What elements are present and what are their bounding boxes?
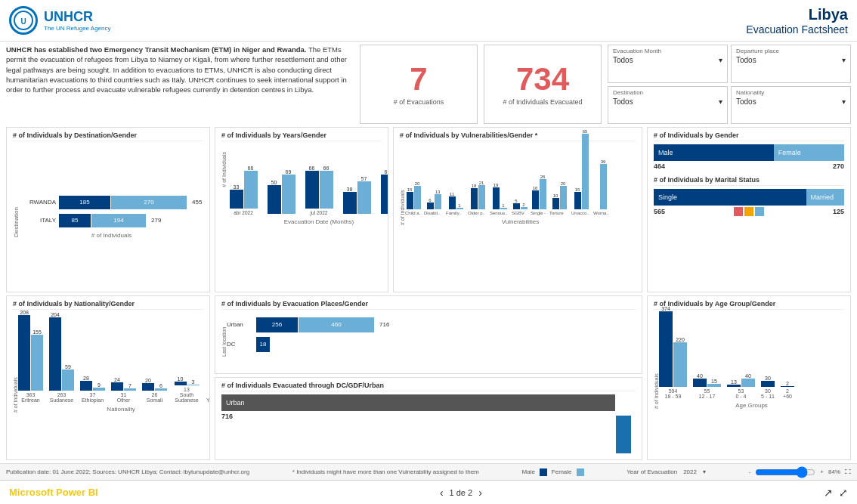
italy-label: ITALY (20, 217, 56, 224)
fullscreen-icon[interactable]: ⤢ (839, 487, 848, 499)
age-5-11: 30 30 5 - 11 (761, 376, 775, 399)
year-group-1-bars: 33 66 (230, 165, 258, 209)
nav-prev-button[interactable]: ‹ (440, 487, 444, 499)
vuln-tort-female: 20 (560, 181, 567, 209)
age-5-label: 5 - 11 (761, 394, 775, 399)
zoom-minus-button[interactable]: - (749, 468, 751, 475)
dest-gender-title: # of Individuals by Destination/Gender (13, 131, 203, 141)
female-legend-color (577, 468, 584, 476)
nat-som-female: 6 (155, 383, 167, 391)
zoom-plus-button[interactable]: + (820, 468, 824, 475)
marital-color-2 (744, 207, 753, 216)
dest-gender-panel: # of Individuals by Destination/Gender D… (6, 127, 210, 292)
nat-erit-total: 363 (26, 392, 36, 397)
vuln-sgbv-male: 5 (513, 199, 520, 209)
year-group-3-bars: 66 66 (305, 165, 333, 209)
dcgdf-side-bar (616, 416, 631, 453)
nat-bars: 208 155 363 Eritrean 204 59 (18, 316, 210, 403)
nat-x-label: Nationality (18, 406, 210, 413)
vuln-unac-label: Unacco.. (571, 211, 591, 215)
female-legend-label: Female (552, 468, 572, 475)
year-label: Year of Evacuation (627, 468, 677, 475)
vuln-sin-female: 26 (540, 175, 546, 209)
unhcr-label: UNHCR (44, 9, 111, 25)
italy-female-bar: 194 (91, 214, 146, 227)
vuln-sin-label: Single - (531, 211, 547, 215)
individuals-count: 734 (516, 63, 569, 95)
age-12-total: 55 (704, 388, 710, 394)
married-count: 125 (833, 208, 844, 215)
rwanda-bars: 185 270 (59, 196, 187, 209)
year-5-male-bar (381, 175, 389, 214)
filter-nationality-label: Nationality (736, 89, 846, 96)
nat-ss-female: 3 (187, 379, 200, 385)
vuln-fam-female: 1 (456, 203, 463, 209)
unhcr-logo-icon: U (13, 10, 34, 31)
age-18-total: 594 (669, 388, 678, 394)
year-group-4: 38 57 (340, 176, 373, 215)
zoom-controls: - + 84% ⛶ (749, 466, 851, 478)
vuln-sin-female-bar (540, 179, 546, 209)
nav-next-button[interactable]: › (478, 487, 482, 499)
page-info: 1 de 2 (450, 488, 473, 497)
filter-departure-select[interactable]: Todos ▾ (736, 56, 846, 64)
nat-yemeni: 1 1 Yemeni (206, 385, 210, 403)
vuln-disability-bars: 6 13 (427, 190, 441, 209)
year-group-2: 50 69 (265, 169, 298, 215)
age-60-bars: 2 (781, 381, 794, 387)
vuln-serious: 19 1 Serious.. (490, 183, 509, 215)
logo-text: UNHCR The UN Refugee Agency (44, 9, 111, 32)
age-18-female: 220 (673, 337, 687, 387)
dcgdf-bar-value: 716 (221, 413, 636, 420)
nat-erit-label: Eritrean (21, 397, 40, 403)
filter-evacuation-month[interactable]: Evacuation Month Todos ▾ (608, 45, 728, 83)
filter-evacuation-month-select[interactable]: Todos ▾ (613, 56, 722, 64)
nat-ss-male: 10 (175, 376, 187, 385)
rwanda-row: RWANDA 185 270 455 (20, 196, 203, 209)
expand-icon[interactable]: ⛶ (845, 468, 851, 475)
svg-text:U: U (20, 17, 26, 26)
filter-departure-place[interactable]: Departure place Todos ▾ (731, 45, 851, 83)
nat-oth-male-bar (111, 382, 123, 391)
age-bars: 374 220 594 18 - 59 40 15 (659, 316, 844, 399)
filter-nationality-select[interactable]: Todos ▾ (736, 97, 846, 106)
year-1-label: abr 2022 (227, 210, 260, 215)
filter-nationality[interactable]: Nationality Todos ▾ (731, 86, 851, 125)
vulnerability-note: * Individuals might have more than one V… (292, 468, 479, 475)
italy-total: 279 (151, 217, 161, 224)
vuln-child-label: Child a.. (405, 211, 422, 215)
vuln-unac-male-bar (574, 192, 581, 209)
nat-oth-female: 7 (124, 383, 136, 391)
share-icon[interactable]: ↗ (824, 487, 833, 499)
powerbi-link[interactable]: Microsoft Power BI (9, 487, 98, 498)
age-60-plus: 2 2 +60 (781, 381, 794, 399)
italy-row: ITALY 85 194 279 (20, 214, 203, 227)
year-2-female-bar (282, 175, 295, 214)
year-2-female: 69 (282, 169, 295, 214)
vuln-old-female-bar (478, 185, 485, 209)
age-0-4: 13 40 53 0 - 4 (727, 373, 755, 399)
male-legend-color (540, 468, 547, 476)
year-3-male-bar (305, 171, 319, 209)
nat-ss-male-bar (175, 382, 187, 385)
vuln-unacco-bars: 15 65 (574, 129, 589, 209)
nat-som-female-bar (155, 388, 167, 391)
dcgdf-urban-bar: Urban (221, 394, 615, 411)
zoom-slider[interactable] (755, 466, 815, 478)
filter-destination[interactable]: Destination Todos ▾ (608, 86, 728, 125)
italy-male-bar: 85 (59, 214, 91, 227)
nat-erit-female: 155 (31, 329, 43, 391)
age-0-label: 0 - 4 (735, 394, 746, 399)
filter-destination-select[interactable]: Todos ▾ (613, 97, 722, 106)
unhcr-logo: U (9, 6, 38, 35)
year-1-male: 33 (230, 184, 243, 209)
vuln-ser-female-bar (500, 208, 507, 209)
year-3-female-bar (320, 171, 333, 209)
nat-eritrean: 208 155 363 Eritrean (18, 310, 43, 403)
age-0-female-bar (741, 379, 755, 387)
nationality-title: # of Individuals by Nationality/Gender (13, 300, 203, 310)
vuln-tort-female-bar (560, 186, 567, 209)
chevron-down-icon[interactable]: ▾ (703, 468, 706, 475)
vuln-child-female-bar (414, 186, 421, 209)
nat-som-male-bar (142, 383, 154, 391)
